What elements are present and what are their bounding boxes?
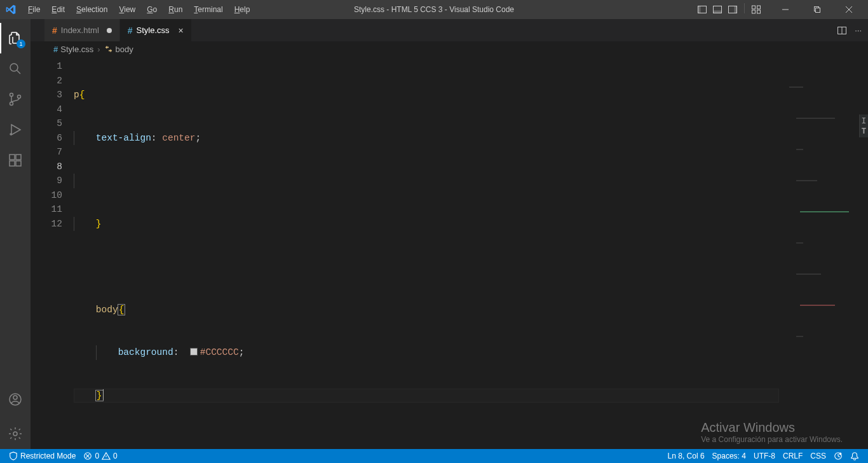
code-line: } bbox=[74, 217, 868, 232]
menu-go[interactable]: Go bbox=[142, 3, 162, 17]
editor-tabs: # Index.html # Style.css × ··· bbox=[31, 19, 868, 41]
status-feedback-icon[interactable] bbox=[830, 452, 846, 460]
symbol-icon bbox=[104, 45, 113, 53]
code-line: } bbox=[74, 389, 779, 403]
svg-rect-3 bbox=[714, 11, 722, 13]
tabs-actions: ··· bbox=[837, 19, 868, 41]
line-number: 8 bbox=[31, 160, 62, 174]
tab-label: Style.css bbox=[137, 25, 170, 35]
svg-point-23 bbox=[13, 432, 17, 436]
toggle-sidebar-left-icon[interactable] bbox=[696, 3, 709, 16]
line-number: 9 bbox=[31, 174, 62, 188]
menubar: File Edit Selection View Go Run Terminal… bbox=[23, 3, 255, 17]
svg-point-13 bbox=[10, 93, 13, 97]
line-number: 7 bbox=[31, 145, 62, 160]
svg-rect-6 bbox=[752, 6, 756, 9]
activity-explorer[interactable]: 1 bbox=[0, 23, 31, 53]
status-restricted-mode[interactable]: Restricted Mode bbox=[5, 449, 79, 463]
tab-style-css[interactable]: # Style.css × bbox=[120, 19, 192, 41]
menu-view[interactable]: View bbox=[114, 3, 140, 17]
svg-rect-20 bbox=[16, 155, 21, 160]
window-title: Style.css - HTML 5 CCS 3 - Visual Studio… bbox=[354, 5, 514, 14]
activity-accounts[interactable] bbox=[0, 384, 31, 415]
code-line bbox=[74, 431, 868, 446]
separator bbox=[744, 3, 745, 13]
window-minimize[interactable] bbox=[771, 0, 799, 19]
minimap[interactable] bbox=[789, 58, 859, 90]
color-swatch-icon bbox=[190, 348, 198, 356]
line-number: 12 bbox=[31, 217, 62, 232]
svg-point-12 bbox=[10, 64, 18, 71]
code-line: text-align: center; bbox=[74, 131, 868, 146]
code-area[interactable]: p{ text-align: center; } body{ backgroun… bbox=[74, 57, 868, 449]
hash-icon: # bbox=[52, 25, 57, 36]
svg-rect-19 bbox=[16, 161, 21, 166]
overview-ruler-decoration: I T bbox=[859, 114, 868, 137]
status-indentation[interactable]: Spaces: 4 bbox=[709, 452, 750, 460]
split-editor-icon[interactable] bbox=[837, 25, 847, 36]
titlebar-right bbox=[696, 0, 863, 19]
line-number: 5 bbox=[31, 116, 62, 131]
layout-controls bbox=[696, 3, 763, 16]
activity-run-debug[interactable] bbox=[0, 114, 31, 145]
menu-terminal[interactable]: Terminal bbox=[189, 3, 227, 17]
line-number: 2 bbox=[31, 74, 62, 88]
window-close[interactable] bbox=[835, 0, 863, 19]
chevron-right-icon: › bbox=[97, 45, 100, 54]
statusbar: Restricted Mode 0 0 Ln 8, Col 6 Spaces: … bbox=[0, 449, 868, 463]
svg-point-28 bbox=[839, 453, 841, 455]
close-icon[interactable]: × bbox=[179, 25, 184, 36]
line-number: 10 bbox=[31, 188, 62, 203]
menu-file[interactable]: File bbox=[23, 3, 45, 17]
vscode-logo-icon bbox=[5, 4, 17, 15]
code-line bbox=[74, 259, 868, 274]
svg-point-22 bbox=[13, 396, 17, 399]
activity-bar: 1 bbox=[0, 19, 31, 449]
code-line: p{ bbox=[74, 88, 868, 102]
toggle-panel-bottom-icon[interactable] bbox=[711, 3, 724, 16]
toggle-sidebar-right-icon[interactable] bbox=[726, 3, 739, 16]
more-actions-icon[interactable]: ··· bbox=[855, 25, 862, 35]
line-number: 4 bbox=[31, 102, 62, 117]
svg-point-15 bbox=[18, 95, 21, 99]
menu-selection[interactable]: Selection bbox=[71, 3, 112, 17]
svg-rect-9 bbox=[757, 10, 761, 13]
statusbar-right: Ln 8, Col 6 Spaces: 4 UTF-8 CRLF CSS bbox=[664, 452, 863, 460]
editor[interactable]: 1 2 3 4 5 6 7 8 9 10 11 12 p{ text-align… bbox=[31, 57, 868, 449]
status-cursor-position[interactable]: Ln 8, Col 6 bbox=[664, 452, 709, 460]
menu-edit[interactable]: Edit bbox=[46, 3, 70, 17]
line-gutter: 1 2 3 4 5 6 7 8 9 10 11 12 bbox=[31, 57, 74, 449]
status-notifications-icon[interactable] bbox=[846, 452, 863, 460]
status-encoding[interactable]: UTF-8 bbox=[750, 452, 779, 460]
tab-index-html[interactable]: # Index.html bbox=[44, 19, 120, 41]
line-number: 6 bbox=[31, 131, 62, 146]
titlebar: File Edit Selection View Go Run Terminal… bbox=[0, 0, 868, 19]
status-language-mode[interactable]: CSS bbox=[806, 452, 830, 460]
svg-rect-7 bbox=[757, 6, 761, 9]
menu-run[interactable]: Run bbox=[163, 3, 187, 17]
breadcrumb-file[interactable]: # Style.css bbox=[53, 45, 93, 54]
dirty-indicator-icon bbox=[107, 28, 112, 33]
breadcrumb-symbol[interactable]: body bbox=[104, 45, 133, 54]
code-line bbox=[74, 174, 868, 188]
status-problems[interactable]: 0 0 bbox=[79, 449, 121, 463]
hash-icon: # bbox=[128, 25, 133, 36]
activity-extensions[interactable] bbox=[0, 145, 31, 176]
activity-source-control[interactable] bbox=[0, 84, 31, 114]
activity-search[interactable] bbox=[0, 53, 31, 84]
line-number: 1 bbox=[31, 59, 62, 74]
svg-point-16 bbox=[10, 134, 11, 135]
customize-layout-icon[interactable] bbox=[750, 3, 763, 16]
activity-settings[interactable] bbox=[0, 418, 31, 449]
breadcrumb[interactable]: # Style.css › body bbox=[31, 41, 868, 57]
svg-rect-1 bbox=[698, 6, 701, 13]
status-eol[interactable]: CRLF bbox=[779, 452, 806, 460]
svg-rect-11 bbox=[816, 8, 820, 13]
line-number: 11 bbox=[31, 202, 62, 217]
text-cursor bbox=[103, 389, 104, 400]
menu-help[interactable]: Help bbox=[229, 3, 255, 17]
svg-rect-5 bbox=[735, 6, 737, 13]
window-maximize[interactable] bbox=[803, 0, 831, 19]
svg-point-14 bbox=[10, 102, 13, 106]
explorer-badge: 1 bbox=[17, 39, 25, 48]
